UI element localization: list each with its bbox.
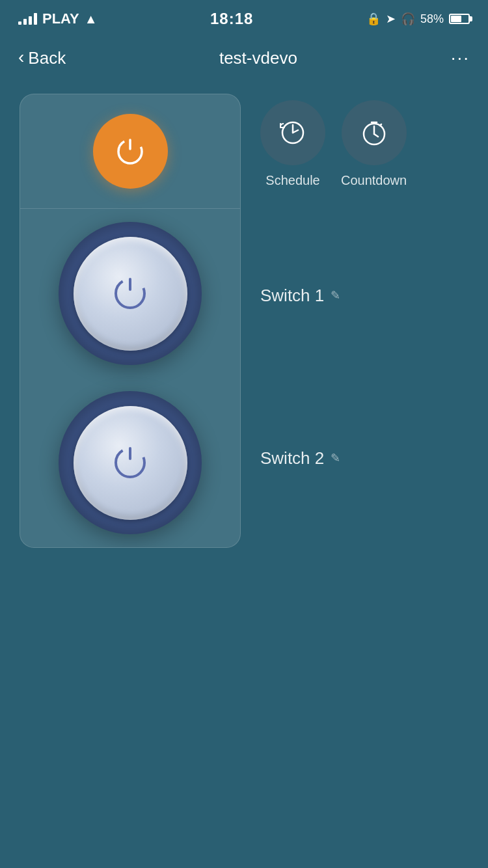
power-icon-switch1 (109, 273, 151, 314)
status-time: 18:18 (210, 10, 253, 28)
nav-bar: ‹ Back test-vdevo ··· (0, 35, 488, 81)
countdown-icon (359, 117, 390, 148)
power-icon-orange (113, 135, 147, 169)
battery-icon (449, 14, 470, 24)
switch1-label-row: Switch 1 ✎ (260, 214, 407, 377)
content-row: Schedule Countdown (20, 94, 468, 548)
page-title: test-vdevo (219, 48, 297, 68)
countdown-label: Countdown (341, 173, 407, 188)
power-icon-switch2 (109, 442, 151, 483)
schedule-icon-circle (260, 100, 325, 165)
action-buttons-row: Schedule Countdown (260, 100, 407, 188)
main-content: Schedule Countdown (0, 81, 488, 567)
lock-icon: 🔒 (366, 12, 381, 26)
signal-icon (18, 13, 37, 25)
switch1-power-button[interactable] (59, 222, 202, 365)
switches-card (20, 94, 241, 548)
schedule-button[interactable]: Schedule (260, 100, 325, 188)
battery-percent: 58% (420, 12, 444, 26)
headphones-icon: 🎧 (401, 12, 415, 26)
schedule-label: Schedule (265, 173, 319, 188)
switch2-label: Switch 2 (260, 448, 324, 468)
location-icon: ➤ (386, 12, 396, 26)
all-power-button[interactable] (93, 114, 168, 189)
svg-line-11 (374, 134, 378, 137)
back-label: Back (28, 48, 66, 68)
back-button[interactable]: ‹ Back (18, 48, 66, 68)
switch1-section (20, 209, 240, 378)
more-button[interactable]: ··· (451, 47, 470, 68)
status-left: PLAY ▲ (18, 10, 97, 27)
right-panel: Schedule Countdown (241, 94, 407, 539)
schedule-icon (277, 117, 308, 148)
carrier-label: PLAY (42, 10, 79, 27)
wifi-icon: ▲ (85, 12, 98, 27)
back-chevron-icon: ‹ (18, 47, 24, 68)
status-right: 🔒 ➤ 🎧 58% (366, 12, 470, 26)
switch2-edit-icon[interactable]: ✎ (331, 451, 340, 465)
switch2-button-inner (74, 406, 187, 520)
switch2-label-row: Switch 2 ✎ (260, 377, 407, 539)
switch1-label: Switch 1 (260, 286, 324, 306)
status-bar: PLAY ▲ 18:18 🔒 ➤ 🎧 58% (0, 0, 488, 35)
switch2-section (20, 378, 240, 547)
card-top (20, 94, 240, 209)
switch-labels-container: Switch 1 ✎ Switch 2 ✎ (260, 214, 407, 539)
switch1-edit-icon[interactable]: ✎ (331, 288, 340, 303)
switch1-button-inner (74, 237, 187, 351)
countdown-button[interactable]: Countdown (341, 100, 407, 188)
countdown-icon-circle (342, 100, 407, 165)
switch2-power-button[interactable] (59, 391, 202, 534)
